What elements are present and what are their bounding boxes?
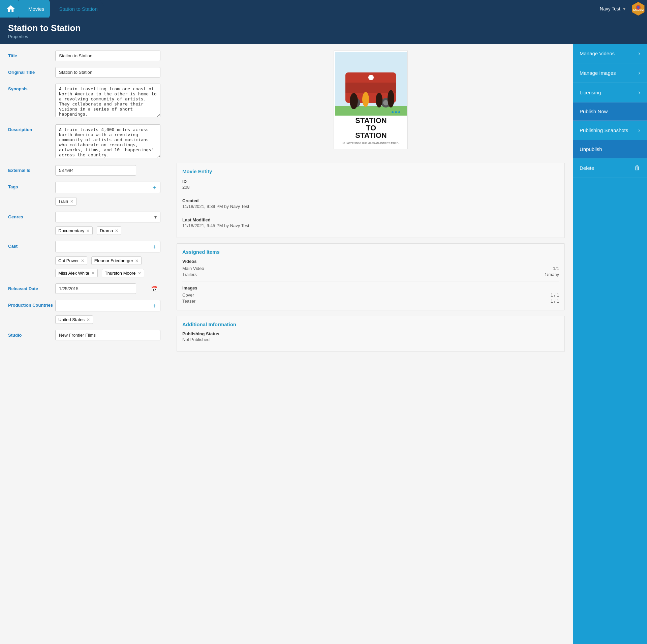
manage-videos-label: Manage Videos bbox=[580, 51, 615, 56]
movies-nav-button[interactable]: Movies bbox=[19, 0, 53, 18]
svg-point-24 bbox=[395, 111, 397, 113]
cast-catpower-remove[interactable]: ✕ bbox=[81, 259, 84, 263]
cast-eleanor-remove[interactable]: ✕ bbox=[135, 259, 138, 263]
trailers-value: 1/many bbox=[545, 272, 559, 277]
entity-created-value: 11/18/2021, 9:39 PM by Navy Test bbox=[182, 204, 559, 209]
svg-point-23 bbox=[392, 111, 394, 113]
home-nav-button[interactable] bbox=[0, 0, 22, 18]
cast-chip-eleanor: Eleanor Friedberger ✕ bbox=[91, 256, 142, 265]
genres-chips: Documentary ✕ Drama ✕ bbox=[55, 224, 160, 235]
poster-area: STATION TO STATION 10 HAPPENINGS 4000 MI… bbox=[177, 51, 565, 156]
tags-field-row: Tags ＋ Train ✕ bbox=[8, 182, 160, 206]
genres-chevron-icon: ▾ bbox=[154, 214, 157, 220]
production-countries-input-area: ＋ United States ✕ bbox=[55, 300, 160, 324]
svg-rect-8 bbox=[345, 83, 396, 93]
teaser-label: Teaser bbox=[182, 299, 195, 304]
tag-train-remove[interactable]: ✕ bbox=[70, 200, 73, 204]
released-date-input-area: 📅 bbox=[55, 283, 160, 294]
mosaic-logo-icon: AXINOM bbox=[631, 1, 646, 16]
page-header: Station to Station Properties bbox=[0, 18, 647, 44]
svg-point-17 bbox=[388, 90, 394, 108]
unpublish-button[interactable]: Unpublish bbox=[573, 140, 647, 158]
cast-missalex-remove[interactable]: ✕ bbox=[91, 271, 95, 275]
production-countries-field-row: Production Countries ＋ United States ✕ bbox=[8, 300, 160, 324]
studio-input-area bbox=[55, 330, 160, 340]
cast-chips: Cat Power ✕ Eleanor Friedberger ✕ Miss A… bbox=[55, 254, 160, 277]
production-countries-input[interactable]: ＋ bbox=[55, 300, 160, 311]
external-id-input-area bbox=[55, 165, 160, 176]
country-us-label: United States bbox=[58, 317, 85, 322]
assigned-items-card: Assigned Items Videos Main Video 1/1 Tra… bbox=[177, 243, 565, 310]
tags-add-icon: ＋ bbox=[151, 183, 157, 191]
synopsis-field-row: Synopsis A train travelling from one coa… bbox=[8, 84, 160, 118]
home-icon bbox=[6, 4, 16, 13]
tag-train-label: Train bbox=[58, 199, 68, 204]
svg-text:STATION: STATION bbox=[355, 131, 387, 140]
cast-thurston-remove[interactable]: ✕ bbox=[138, 271, 141, 275]
manage-images-button[interactable]: Manage Images › bbox=[573, 63, 647, 83]
unpublish-label: Unpublish bbox=[580, 146, 602, 152]
synopsis-textarea[interactable]: A train travelling from one coast of Nor… bbox=[55, 84, 160, 117]
user-chevron-icon: ▾ bbox=[623, 6, 625, 11]
original-title-input[interactable] bbox=[55, 67, 160, 78]
production-countries-label: Production Countries bbox=[8, 300, 55, 308]
country-us-remove[interactable]: ✕ bbox=[87, 318, 90, 322]
cover-row: Cover 1 / 1 bbox=[182, 293, 559, 298]
current-nav-item: Station to Station bbox=[50, 0, 106, 18]
manage-images-label: Manage Images bbox=[580, 70, 616, 76]
studio-input[interactable] bbox=[55, 330, 160, 340]
production-countries-chips: United States ✕ bbox=[55, 313, 160, 324]
manage-videos-button[interactable]: Manage Videos › bbox=[573, 44, 647, 63]
publish-now-button[interactable]: Publish Now bbox=[573, 102, 647, 121]
description-textarea[interactable]: A train travels 4,000 miles across North… bbox=[55, 124, 160, 158]
trailers-row: Trailers 1/many bbox=[182, 272, 559, 277]
tags-input[interactable]: ＋ bbox=[55, 182, 160, 193]
assigned-section-title: Assigned Items bbox=[182, 249, 559, 255]
tags-input-area: ＋ Train ✕ bbox=[55, 182, 160, 206]
images-sub-label: Images bbox=[182, 285, 559, 290]
original-title-label: Original Title bbox=[8, 67, 55, 75]
main-video-label: Main Video bbox=[182, 266, 204, 271]
publishing-snapshots-chevron-icon: › bbox=[638, 127, 640, 134]
page-title: Station to Station bbox=[8, 23, 639, 33]
logo-area: AXINOM bbox=[629, 0, 647, 18]
cast-label: Cast bbox=[8, 241, 55, 249]
genre-documentary-remove[interactable]: ✕ bbox=[86, 229, 90, 233]
licensing-button[interactable]: Licensing › bbox=[573, 83, 647, 102]
user-dropdown[interactable]: Navy Test ▾ bbox=[600, 6, 625, 11]
cover-value: 1 / 1 bbox=[551, 293, 559, 298]
cast-chip-catpower: Cat Power ✕ bbox=[55, 256, 87, 265]
cast-thurston-label: Thurston Moore bbox=[105, 271, 136, 276]
genres-input-area: ▾ Documentary ✕ Drama ✕ bbox=[55, 212, 160, 235]
production-add-icon: ＋ bbox=[151, 302, 157, 310]
genres-select[interactable]: ▾ bbox=[55, 212, 160, 222]
movies-nav-label: Movies bbox=[28, 6, 44, 12]
calendar-icon[interactable]: 📅 bbox=[151, 285, 158, 292]
cast-catpower-label: Cat Power bbox=[58, 258, 79, 263]
external-id-input[interactable] bbox=[55, 165, 136, 176]
entity-id-field: ID 208 bbox=[182, 179, 559, 190]
title-input[interactable] bbox=[55, 51, 160, 61]
videos-sub-label: Videos bbox=[182, 259, 559, 264]
teaser-row: Teaser 1 / 1 bbox=[182, 299, 559, 304]
svg-text:10 HAPPENINGS 4000 MILES ATLAN: 10 HAPPENINGS 4000 MILES ATLANTIC TO PAC… bbox=[342, 142, 400, 144]
cast-input-area: ＋ Cat Power ✕ Eleanor Friedberger ✕ Miss… bbox=[55, 241, 160, 277]
released-date-input-wrap: 📅 bbox=[55, 283, 160, 294]
publishing-snapshots-button[interactable]: Publishing Snapshots › bbox=[573, 121, 647, 140]
movie-poster-wrap: STATION TO STATION 10 HAPPENINGS 4000 MI… bbox=[334, 51, 408, 149]
title-label: Title bbox=[8, 51, 55, 58]
entity-created-field: Created 11/18/2021, 9:39 PM by Navy Test bbox=[182, 198, 559, 209]
manage-images-chevron-icon: › bbox=[638, 69, 640, 76]
svg-point-16 bbox=[376, 93, 382, 108]
delete-button[interactable]: Delete 🗑 bbox=[573, 158, 647, 178]
publishing-status-value: Not Published bbox=[182, 337, 559, 342]
synopsis-label: Synopsis bbox=[8, 84, 55, 91]
licensing-label: Licensing bbox=[580, 90, 601, 95]
released-date-input[interactable] bbox=[55, 283, 136, 294]
studio-field-row: Studio bbox=[8, 330, 160, 340]
genre-drama-remove[interactable]: ✕ bbox=[115, 229, 118, 233]
top-nav: Movies Station to Station Navy Test ▾ AX… bbox=[0, 0, 647, 18]
cast-input[interactable]: ＋ bbox=[55, 241, 160, 252]
manage-videos-chevron-icon: › bbox=[638, 50, 640, 57]
country-chip-us: United States ✕ bbox=[55, 315, 93, 324]
